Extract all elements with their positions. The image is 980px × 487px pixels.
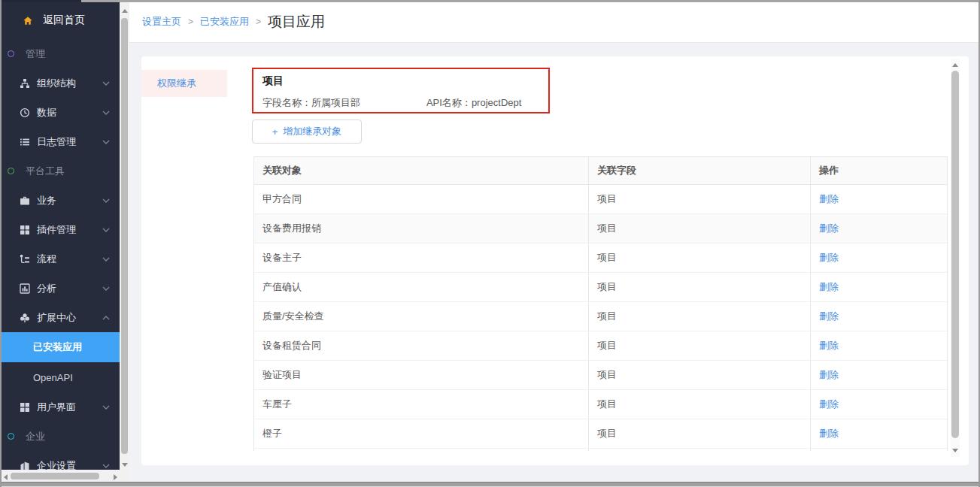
breadcrumb-link-settings-home[interactable]: 设置主页	[142, 15, 181, 29]
chevron-down-icon	[102, 286, 110, 291]
delete-link[interactable]: 删除	[819, 310, 839, 323]
cell-object: 甲方合同	[254, 185, 589, 213]
scroll-right-icon[interactable]	[114, 474, 117, 480]
cell-field: 项目	[589, 244, 811, 272]
chevron-down-icon	[102, 198, 110, 203]
cell-object: 设备主子	[254, 244, 589, 272]
delete-link[interactable]: 删除	[819, 398, 839, 411]
chevron-down-icon	[102, 405, 110, 410]
circle-icon	[8, 168, 14, 174]
content-card: 权限继承 项目 字段名称：所属项目部 API名称：projectDept + 增…	[141, 56, 969, 465]
sidebar-item-org-structure[interactable]: 组织结构	[2, 68, 120, 98]
table-row: 设备费用报销 项目 删除	[254, 214, 947, 244]
table-header-actions: 操作	[811, 157, 947, 184]
delete-link[interactable]: 删除	[819, 339, 839, 352]
sidebar-item-home[interactable]: 返回首页	[2, 2, 120, 39]
cell-object: 橙子	[254, 419, 589, 448]
sidebar-item-installed-apps[interactable]: 已安装应用	[2, 332, 120, 362]
content-scrollbar[interactable]	[951, 59, 960, 457]
window-top-border-dark-segment	[2, 0, 81, 2]
cell-object: 验证项目	[254, 361, 589, 389]
chevron-down-icon	[102, 81, 110, 86]
chevron-up-icon	[102, 316, 110, 320]
delete-link[interactable]: 删除	[819, 222, 839, 235]
org-tree-icon	[20, 78, 30, 89]
delete-link[interactable]: 删除	[819, 368, 839, 382]
field-info-title: 项目	[262, 74, 539, 88]
chevron-down-icon	[102, 140, 110, 144]
relation-table: 关联对象 关联字段 操作 甲方合同 项目 删除 设备费用报销 项目 删除 设备主…	[253, 156, 948, 451]
cell-object: 车厘子	[254, 390, 589, 419]
field-name-pair: 字段名称：所属项目部	[262, 96, 424, 110]
sidebar-item-label: 分析	[37, 282, 56, 295]
delete-link[interactable]: 删除	[819, 280, 839, 294]
api-name-value: projectDept	[472, 97, 521, 108]
api-name-pair: API名称：projectDept	[426, 97, 521, 108]
table-header-row: 关联对象 关联字段 操作	[254, 157, 947, 185]
sidebar-item-workflow[interactable]: 流程	[2, 244, 120, 274]
table-header-object: 关联对象	[254, 157, 589, 184]
sidebar-item-log-management[interactable]: 日志管理	[2, 127, 120, 156]
sidebar-item-label: 组织结构	[37, 77, 76, 90]
chevron-down-icon	[102, 257, 110, 262]
sidebar-item-extension-center[interactable]: 扩展中心	[2, 303, 120, 332]
breadcrumb-link-installed-apps[interactable]: 已安装应用	[200, 15, 249, 29]
cell-field: 项目	[589, 419, 811, 448]
table-row: 产值确认 项目 删除	[254, 273, 947, 302]
scrollbar-thumb[interactable]	[11, 473, 99, 479]
sidebar-item-business[interactable]: 业务	[2, 186, 120, 215]
cell-field: 项目	[589, 185, 811, 213]
table-row: 验证项目 项目 删除	[254, 361, 947, 390]
sidebar-item-label: 数据	[37, 106, 56, 119]
field-info-annotation-box: 项目 字段名称：所属项目部 API名称：projectDept	[252, 68, 550, 113]
sidebar-item-label: 企业设置	[37, 459, 76, 470]
sidebar-item-enterprise-settings[interactable]: 企业设置	[2, 451, 120, 470]
sidebar-section-label: 企业	[26, 430, 45, 443]
scrollbar-thumb[interactable]	[121, 18, 128, 454]
table-header-field: 关联字段	[589, 157, 811, 184]
sidebar-item-user-interface[interactable]: 用户界面	[2, 392, 120, 422]
sidebar-item-openapi[interactable]: OpenAPI	[2, 362, 120, 392]
sidebar-item-plugin-management[interactable]: 插件管理	[2, 215, 120, 244]
table-row: 车厘子 项目 删除	[254, 390, 947, 419]
scroll-left-icon[interactable]	[4, 474, 8, 480]
field-name-label: 字段名称：	[262, 97, 311, 108]
delete-link[interactable]: 删除	[819, 192, 839, 206]
sidebar-item-analysis[interactable]: 分析	[2, 274, 120, 303]
breadcrumb-separator: >	[256, 17, 261, 27]
cell-field: 项目	[589, 331, 811, 360]
cell-field: 项目	[589, 390, 811, 419]
ui-grid-icon	[20, 402, 30, 413]
scroll-up-icon[interactable]	[952, 63, 958, 67]
cell-field: 项目	[589, 361, 811, 389]
delete-link[interactable]: 删除	[819, 251, 839, 265]
tab-permission-inheritance[interactable]: 权限继承	[141, 70, 227, 97]
sidebar-item-data[interactable]: 数据	[2, 98, 120, 127]
window-top-border	[2, 0, 980, 2]
scrollbar-thumb[interactable]	[951, 71, 959, 438]
sidebar-horizontal-scrollbar[interactable]	[2, 471, 120, 481]
sidebar-item-label: 插件管理	[37, 223, 76, 237]
circle-icon	[8, 433, 14, 440]
sidebar-item-label: OpenAPI	[33, 372, 73, 383]
add-inherit-object-button[interactable]: + 增加继承对象	[252, 119, 362, 144]
scroll-down-icon[interactable]	[122, 463, 128, 467]
sidebar-item-label: 已安装应用	[33, 340, 82, 354]
scroll-down-icon[interactable]	[952, 449, 958, 452]
sidebar-section-platform-tools: 平台工具	[2, 156, 120, 186]
breadcrumb-separator: >	[188, 17, 193, 27]
list-icon	[20, 137, 30, 147]
cell-object: 产值确认	[254, 273, 589, 301]
sidebar-vertical-scrollbar[interactable]	[120, 2, 129, 481]
api-name-label: API名称：	[426, 97, 472, 108]
table-row: 质量/安全检查 项目 删除	[254, 302, 947, 331]
main-area: 设置主页 > 已安装应用 > 项目应用 权限继承 项目 字段名称：所属项目部 A…	[129, 2, 980, 479]
building-icon	[20, 461, 30, 470]
cell-field: 项目	[589, 214, 811, 243]
sidebar-item-label: 用户界面	[37, 401, 76, 414]
club-icon	[20, 313, 30, 323]
scroll-up-icon[interactable]	[122, 9, 128, 13]
delete-link[interactable]: 删除	[819, 427, 839, 440]
circle-icon	[8, 50, 14, 57]
table-row: 橙子 项目 删除	[254, 419, 947, 449]
